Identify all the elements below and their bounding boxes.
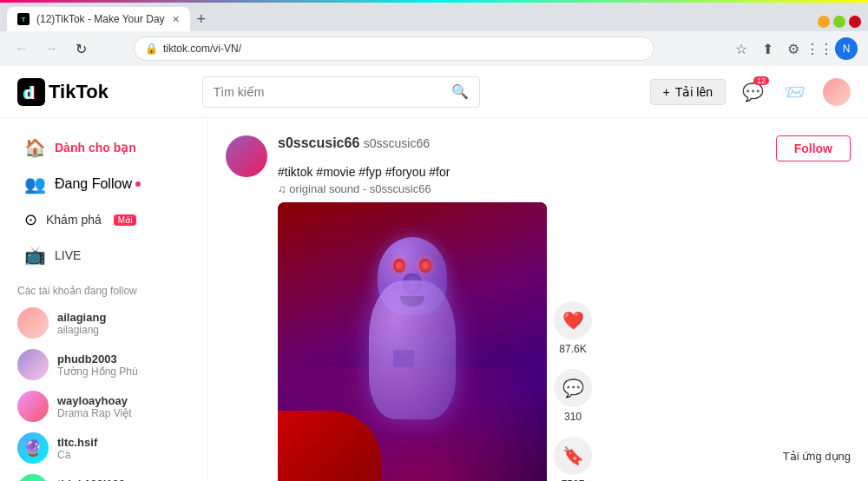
avatar: 🔮 bbox=[17, 432, 49, 464]
sidebar: 🏠 Dành cho bạn 👥 Đang Follow ⊙ Khám phá … bbox=[0, 118, 208, 481]
char-eye-right bbox=[419, 259, 431, 273]
new-tab-button[interactable]: + bbox=[190, 7, 214, 31]
avatar bbox=[17, 349, 49, 380]
char-neck bbox=[393, 350, 414, 367]
list-item[interactable]: phudb2003 Tường Hồng Phú bbox=[0, 344, 207, 385]
account-info: ailagiang ailagiang bbox=[57, 311, 106, 336]
refresh-button[interactable]: ↻ bbox=[69, 37, 92, 60]
sidebar-item-for-you[interactable]: 🏠 Dành cho bạn bbox=[7, 130, 201, 165]
address-bar[interactable]: 🔒 tiktok.com/vi-VN/ bbox=[134, 36, 654, 61]
browser-profile-avatar[interactable]: N bbox=[835, 37, 858, 60]
send-btn[interactable]: 📨 bbox=[781, 78, 809, 106]
post-hashtags: #tiktok #movie #fyp #foryou #for bbox=[278, 165, 450, 179]
upload-button[interactable]: + Tải lên bbox=[650, 79, 726, 105]
list-item[interactable]: think100l100 Think bbox=[0, 469, 207, 481]
search-bar[interactable]: 🔍 bbox=[202, 76, 480, 108]
url-text: tiktok.com/vi-VN/ bbox=[163, 43, 241, 55]
avatar bbox=[17, 391, 49, 422]
post-content: s0sscusic66 s0sscusic66 Follow #tiktok #… bbox=[278, 135, 851, 481]
tab-close-btn[interactable]: ✕ bbox=[172, 14, 180, 25]
bookmark-button[interactable]: 🔖 bbox=[554, 437, 592, 475]
bookmark-action[interactable]: 🔖 7587 bbox=[554, 437, 592, 481]
video-placeholder bbox=[278, 202, 547, 481]
window-maximize-btn[interactable] bbox=[833, 16, 845, 28]
sidebar-item-live-label: LIVE bbox=[55, 248, 81, 262]
window-close-btn[interactable] bbox=[849, 16, 861, 28]
user-avatar[interactable] bbox=[823, 78, 851, 106]
account-display-name: Drama Rap Việt bbox=[57, 407, 131, 419]
explore-icon: ⊙ bbox=[24, 210, 37, 229]
list-item[interactable]: ailagiang ailagiang bbox=[0, 302, 207, 344]
more-btn[interactable]: ⋮⋮ bbox=[809, 38, 830, 59]
tab-title: (12)TikTok - Make Your Day bbox=[36, 13, 165, 25]
comment-count: 310 bbox=[564, 411, 582, 423]
forward-button[interactable]: → bbox=[40, 37, 62, 60]
comment-action[interactable]: 💬 310 bbox=[554, 369, 592, 423]
sidebar-item-explore[interactable]: ⊙ Khám phá Mới bbox=[7, 203, 201, 236]
post-username[interactable]: s0sscusic66 bbox=[278, 135, 359, 150]
notif-badge: 12 bbox=[753, 76, 769, 85]
upload-icon: + bbox=[663, 85, 670, 99]
account-display-name: ailagiang bbox=[57, 324, 106, 336]
explore-new-badge: Mới bbox=[114, 214, 137, 226]
post-avatar[interactable] bbox=[226, 135, 267, 177]
back-button[interactable]: ← bbox=[10, 37, 33, 60]
sidebar-item-following-label: Đang Follow bbox=[55, 176, 141, 192]
list-item[interactable]: 🔮 tltc.hsif Cà bbox=[0, 427, 207, 469]
account-username: ailagiang bbox=[57, 311, 106, 324]
tiktok-header: d d d TikTok 🔍 + Tải lên 💬 12 📨 bbox=[0, 66, 868, 118]
svg-text:d: d bbox=[24, 83, 35, 102]
char-body bbox=[369, 280, 456, 419]
account-username: wayloayhoay bbox=[57, 394, 131, 407]
feed-container: s0sscusic66 s0sscusic66 Follow #tiktok #… bbox=[208, 118, 868, 481]
account-info: phudb2003 Tường Hồng Phú bbox=[57, 353, 138, 378]
video-with-actions: ❤️ 87.6K 💬 310 🔖 7587 bbox=[278, 202, 851, 481]
active-tab[interactable]: T (12)TikTok - Make Your Day ✕ bbox=[7, 7, 190, 31]
messages-btn[interactable]: 💬 12 bbox=[740, 78, 767, 106]
top-accent bbox=[0, 0, 868, 3]
like-action[interactable]: ❤️ 87.6K bbox=[554, 301, 592, 355]
account-display-name: Tường Hồng Phú bbox=[57, 366, 138, 378]
browser-action-buttons: ☆ ⬆ ⚙ ⋮⋮ N bbox=[731, 37, 858, 60]
sidebar-item-live[interactable]: 📺 LIVE bbox=[7, 238, 201, 273]
video-thumbnail[interactable] bbox=[278, 202, 547, 481]
sound-text: ♫ original sound - s0sscusic66 bbox=[278, 182, 431, 195]
browser-chrome: T (12)TikTok - Make Your Day ✕ + ← → ↻ 🔒… bbox=[0, 0, 868, 66]
list-item[interactable]: wayloayhoay Drama Rap Việt bbox=[0, 385, 207, 427]
character bbox=[369, 280, 456, 419]
search-icon[interactable]: 🔍 bbox=[451, 83, 469, 100]
search-input[interactable] bbox=[214, 85, 444, 99]
post-sound: ♫ original sound - s0sscusic66 bbox=[278, 182, 851, 195]
sidebar-item-for-you-label: Dành cho bạn bbox=[55, 141, 136, 155]
avatar bbox=[17, 307, 49, 339]
tiktok-logo-icon: d d d bbox=[17, 78, 45, 106]
account-username: think100l100 bbox=[57, 478, 125, 482]
window-minimize-btn[interactable] bbox=[818, 16, 830, 28]
tiktok-app: d d d TikTok 🔍 + Tải lên 💬 12 📨 bbox=[0, 66, 868, 481]
live-icon: 📺 bbox=[24, 245, 46, 266]
post-display-name: s0sscusic66 bbox=[364, 136, 430, 150]
upload-label: Tải lên bbox=[675, 85, 713, 99]
share-btn[interactable]: ⬆ bbox=[757, 38, 778, 59]
sidebar-item-explore-label: Khám phá bbox=[46, 213, 102, 227]
tiktok-logo[interactable]: d d d TikTok bbox=[17, 78, 108, 106]
bookmark-btn[interactable]: ☆ bbox=[731, 38, 752, 59]
video-post: s0sscusic66 s0sscusic66 Follow #tiktok #… bbox=[226, 135, 851, 481]
browser-controls: ← → ↻ 🔒 tiktok.com/vi-VN/ ☆ ⬆ ⚙ ⋮⋮ N bbox=[0, 31, 868, 66]
account-username: phudb2003 bbox=[57, 353, 138, 366]
post-user-info: s0sscusic66 s0sscusic66 bbox=[278, 135, 430, 151]
accounts-section-title: Các tài khoản đang follow bbox=[0, 274, 207, 302]
account-info: wayloayhoay Drama Rap Việt bbox=[57, 394, 131, 419]
like-count: 87.6K bbox=[559, 343, 586, 355]
account-username: tltc.hsif bbox=[57, 436, 97, 449]
tiktok-logo-text: TikTok bbox=[49, 81, 108, 103]
follow-button[interactable]: Follow bbox=[776, 135, 851, 161]
like-button[interactable]: ❤️ bbox=[554, 301, 592, 339]
sidebar-item-following[interactable]: 👥 Đang Follow bbox=[7, 167, 201, 201]
following-icon: 👥 bbox=[24, 174, 46, 194]
following-dot bbox=[135, 181, 141, 187]
extensions-btn[interactable]: ⚙ bbox=[783, 38, 804, 59]
home-icon: 🏠 bbox=[24, 137, 46, 158]
comment-button[interactable]: 💬 bbox=[554, 369, 592, 407]
account-info: tltc.hsif Cà bbox=[57, 436, 97, 461]
